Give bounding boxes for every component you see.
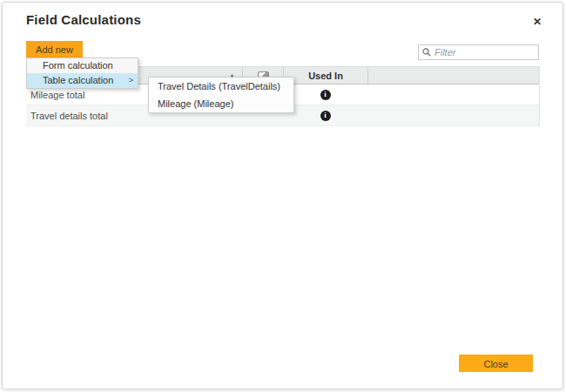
column-header-used-in[interactable]: Used In bbox=[283, 67, 367, 84]
add-new-dropdown-menu: Form calculation Table calculation > bbox=[26, 57, 138, 89]
used-in-label: Used In bbox=[308, 71, 343, 81]
add-new-button[interactable]: Add new bbox=[26, 41, 83, 57]
close-button[interactable]: Close bbox=[459, 355, 533, 372]
submenu-arrow-icon: > bbox=[129, 73, 133, 88]
dialog-title: Field Calculations bbox=[26, 12, 141, 27]
row-used-in-cell: i bbox=[283, 111, 367, 121]
info-icon[interactable]: i bbox=[320, 111, 331, 121]
menu-item-form-calculation[interactable]: Form calculation bbox=[27, 58, 138, 73]
submenu-item-travel-details[interactable]: Travel Details (TravelDetails) bbox=[149, 78, 293, 95]
filter-input[interactable] bbox=[431, 47, 535, 57]
column-header-filler bbox=[367, 67, 539, 84]
close-icon[interactable]: ✕ bbox=[529, 14, 545, 30]
menu-item-table-calculation[interactable]: Table calculation > bbox=[27, 73, 138, 88]
info-icon[interactable]: i bbox=[320, 90, 331, 100]
table-calculation-submenu: Travel Details (TravelDetails) Mileage (… bbox=[148, 77, 294, 113]
field-calculations-dialog: Field Calculations ✕ Add new ▲ Used In bbox=[2, 2, 563, 389]
filter-box bbox=[418, 44, 539, 60]
screen: Field Calculations ✕ Add new ▲ Used In bbox=[0, 0, 566, 392]
submenu-item-mileage[interactable]: Mileage (Mileage) bbox=[149, 95, 293, 112]
menu-item-label: Table calculation bbox=[43, 75, 113, 85]
row-used-in-cell: i bbox=[283, 90, 367, 100]
search-icon bbox=[422, 48, 431, 57]
